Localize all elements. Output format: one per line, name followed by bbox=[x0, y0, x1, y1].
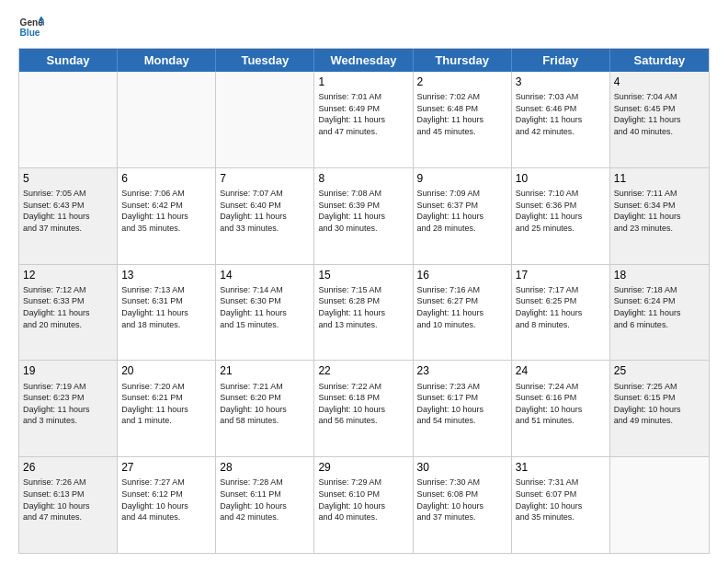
weekday-header: Sunday bbox=[19, 49, 118, 72]
calendar-week-row: 12Sunrise: 7:12 AM Sunset: 6:33 PM Dayli… bbox=[19, 265, 709, 362]
day-info: Sunrise: 7:26 AM Sunset: 6:13 PM Dayligh… bbox=[23, 477, 113, 523]
calendar-cell bbox=[19, 72, 118, 167]
day-number: 10 bbox=[516, 171, 606, 186]
day-number: 28 bbox=[220, 460, 310, 475]
weekday-header: Friday bbox=[512, 49, 610, 72]
day-number: 19 bbox=[23, 363, 113, 378]
calendar-cell: 23Sunrise: 7:23 AM Sunset: 6:17 PM Dayli… bbox=[414, 361, 512, 456]
day-number: 12 bbox=[23, 268, 113, 282]
day-info: Sunrise: 7:25 AM Sunset: 6:15 PM Dayligh… bbox=[614, 381, 705, 427]
day-number: 26 bbox=[23, 460, 113, 475]
day-info: Sunrise: 7:09 AM Sunset: 6:37 PM Dayligh… bbox=[417, 188, 507, 234]
day-number: 17 bbox=[516, 268, 606, 282]
calendar-cell: 28Sunrise: 7:28 AM Sunset: 6:11 PM Dayli… bbox=[216, 457, 314, 553]
calendar-cell bbox=[216, 72, 314, 167]
weekday-header: Wednesday bbox=[314, 49, 413, 72]
day-number: 5 bbox=[23, 171, 113, 186]
calendar-cell: 6Sunrise: 7:06 AM Sunset: 6:42 PM Daylig… bbox=[118, 168, 216, 264]
calendar-cell: 18Sunrise: 7:18 AM Sunset: 6:24 PM Dayli… bbox=[610, 265, 709, 361]
calendar-cell: 19Sunrise: 7:19 AM Sunset: 6:23 PM Dayli… bbox=[19, 361, 118, 456]
day-info: Sunrise: 7:22 AM Sunset: 6:18 PM Dayligh… bbox=[318, 381, 408, 427]
day-number: 6 bbox=[121, 171, 211, 186]
calendar-body: 1Sunrise: 7:01 AM Sunset: 6:49 PM Daylig… bbox=[19, 72, 709, 553]
day-number: 9 bbox=[417, 171, 507, 186]
calendar-cell: 14Sunrise: 7:14 AM Sunset: 6:30 PM Dayli… bbox=[216, 265, 314, 361]
calendar-cell: 31Sunrise: 7:31 AM Sunset: 6:07 PM Dayli… bbox=[512, 457, 610, 553]
calendar-cell: 4Sunrise: 7:04 AM Sunset: 6:45 PM Daylig… bbox=[610, 72, 709, 167]
day-info: Sunrise: 7:19 AM Sunset: 6:23 PM Dayligh… bbox=[23, 381, 113, 427]
calendar-cell: 1Sunrise: 7:01 AM Sunset: 6:49 PM Daylig… bbox=[314, 72, 413, 167]
calendar-cell: 25Sunrise: 7:25 AM Sunset: 6:15 PM Dayli… bbox=[610, 361, 709, 456]
day-info: Sunrise: 7:27 AM Sunset: 6:12 PM Dayligh… bbox=[121, 477, 211, 523]
day-info: Sunrise: 7:12 AM Sunset: 6:33 PM Dayligh… bbox=[23, 284, 113, 330]
day-number: 13 bbox=[121, 268, 211, 282]
day-info: Sunrise: 7:03 AM Sunset: 6:46 PM Dayligh… bbox=[516, 91, 606, 137]
day-info: Sunrise: 7:17 AM Sunset: 6:25 PM Dayligh… bbox=[516, 284, 606, 330]
day-info: Sunrise: 7:07 AM Sunset: 6:40 PM Dayligh… bbox=[220, 188, 310, 234]
calendar-cell: 29Sunrise: 7:29 AM Sunset: 6:10 PM Dayli… bbox=[314, 457, 413, 553]
calendar-cell: 9Sunrise: 7:09 AM Sunset: 6:37 PM Daylig… bbox=[414, 168, 512, 264]
day-number: 22 bbox=[318, 363, 408, 378]
weekday-header: Monday bbox=[118, 49, 216, 72]
calendar-cell: 2Sunrise: 7:02 AM Sunset: 6:48 PM Daylig… bbox=[414, 72, 512, 167]
weekday-header: Saturday bbox=[610, 49, 709, 72]
calendar-cell: 21Sunrise: 7:21 AM Sunset: 6:20 PM Dayli… bbox=[216, 361, 314, 456]
calendar-cell: 15Sunrise: 7:15 AM Sunset: 6:28 PM Dayli… bbox=[314, 265, 413, 361]
calendar-cell: 24Sunrise: 7:24 AM Sunset: 6:16 PM Dayli… bbox=[512, 361, 610, 456]
calendar-week-row: 5Sunrise: 7:05 AM Sunset: 6:43 PM Daylig… bbox=[19, 168, 709, 265]
day-number: 8 bbox=[318, 171, 408, 186]
page-header: General Blue bbox=[18, 15, 710, 40]
calendar-cell: 27Sunrise: 7:27 AM Sunset: 6:12 PM Dayli… bbox=[118, 457, 216, 553]
day-number: 31 bbox=[516, 460, 606, 475]
day-info: Sunrise: 7:13 AM Sunset: 6:31 PM Dayligh… bbox=[121, 284, 211, 330]
day-info: Sunrise: 7:11 AM Sunset: 6:34 PM Dayligh… bbox=[614, 188, 705, 234]
day-number: 21 bbox=[220, 363, 310, 378]
day-number: 24 bbox=[516, 363, 606, 378]
day-number: 27 bbox=[121, 460, 211, 475]
day-info: Sunrise: 7:16 AM Sunset: 6:27 PM Dayligh… bbox=[417, 284, 507, 330]
day-info: Sunrise: 7:10 AM Sunset: 6:36 PM Dayligh… bbox=[516, 188, 606, 234]
calendar-cell: 26Sunrise: 7:26 AM Sunset: 6:13 PM Dayli… bbox=[19, 457, 118, 553]
calendar: SundayMondayTuesdayWednesdayThursdayFrid… bbox=[18, 48, 710, 554]
day-info: Sunrise: 7:20 AM Sunset: 6:21 PM Dayligh… bbox=[121, 381, 211, 427]
calendar-cell bbox=[610, 457, 709, 553]
day-number: 4 bbox=[614, 75, 705, 89]
day-number: 29 bbox=[318, 460, 408, 475]
calendar-cell: 22Sunrise: 7:22 AM Sunset: 6:18 PM Dayli… bbox=[314, 361, 413, 456]
calendar-cell: 12Sunrise: 7:12 AM Sunset: 6:33 PM Dayli… bbox=[19, 265, 118, 361]
day-info: Sunrise: 7:08 AM Sunset: 6:39 PM Dayligh… bbox=[318, 188, 408, 234]
calendar-cell: 20Sunrise: 7:20 AM Sunset: 6:21 PM Dayli… bbox=[118, 361, 216, 456]
calendar-cell: 30Sunrise: 7:30 AM Sunset: 6:08 PM Dayli… bbox=[414, 457, 512, 553]
day-info: Sunrise: 7:28 AM Sunset: 6:11 PM Dayligh… bbox=[220, 477, 310, 523]
day-number: 20 bbox=[121, 363, 211, 378]
day-number: 15 bbox=[318, 268, 408, 282]
calendar-week-row: 19Sunrise: 7:19 AM Sunset: 6:23 PM Dayli… bbox=[19, 361, 709, 457]
day-info: Sunrise: 7:01 AM Sunset: 6:49 PM Dayligh… bbox=[318, 91, 408, 137]
weekday-header: Tuesday bbox=[216, 49, 314, 72]
day-number: 11 bbox=[614, 171, 705, 186]
calendar-week-row: 1Sunrise: 7:01 AM Sunset: 6:49 PM Daylig… bbox=[19, 72, 709, 168]
svg-text:Blue: Blue bbox=[20, 28, 40, 38]
day-number: 30 bbox=[417, 460, 507, 475]
calendar-cell: 10Sunrise: 7:10 AM Sunset: 6:36 PM Dayli… bbox=[512, 168, 610, 264]
day-info: Sunrise: 7:02 AM Sunset: 6:48 PM Dayligh… bbox=[417, 91, 507, 137]
day-number: 2 bbox=[417, 75, 507, 89]
day-number: 14 bbox=[220, 268, 310, 282]
day-info: Sunrise: 7:14 AM Sunset: 6:30 PM Dayligh… bbox=[220, 284, 310, 330]
day-info: Sunrise: 7:04 AM Sunset: 6:45 PM Dayligh… bbox=[614, 91, 705, 137]
logo: General Blue bbox=[18, 15, 44, 40]
day-number: 7 bbox=[220, 171, 310, 186]
day-info: Sunrise: 7:15 AM Sunset: 6:28 PM Dayligh… bbox=[318, 284, 408, 330]
calendar-cell: 13Sunrise: 7:13 AM Sunset: 6:31 PM Dayli… bbox=[118, 265, 216, 361]
day-number: 16 bbox=[417, 268, 507, 282]
day-info: Sunrise: 7:05 AM Sunset: 6:43 PM Dayligh… bbox=[23, 188, 113, 234]
calendar-header-row: SundayMondayTuesdayWednesdayThursdayFrid… bbox=[19, 49, 709, 72]
calendar-cell: 5Sunrise: 7:05 AM Sunset: 6:43 PM Daylig… bbox=[19, 168, 118, 264]
weekday-header: Thursday bbox=[414, 49, 512, 72]
calendar-cell: 7Sunrise: 7:07 AM Sunset: 6:40 PM Daylig… bbox=[216, 168, 314, 264]
calendar-cell bbox=[118, 72, 216, 167]
day-info: Sunrise: 7:06 AM Sunset: 6:42 PM Dayligh… bbox=[121, 188, 211, 234]
calendar-cell: 11Sunrise: 7:11 AM Sunset: 6:34 PM Dayli… bbox=[610, 168, 709, 264]
calendar-cell: 16Sunrise: 7:16 AM Sunset: 6:27 PM Dayli… bbox=[414, 265, 512, 361]
calendar-cell: 17Sunrise: 7:17 AM Sunset: 6:25 PM Dayli… bbox=[512, 265, 610, 361]
